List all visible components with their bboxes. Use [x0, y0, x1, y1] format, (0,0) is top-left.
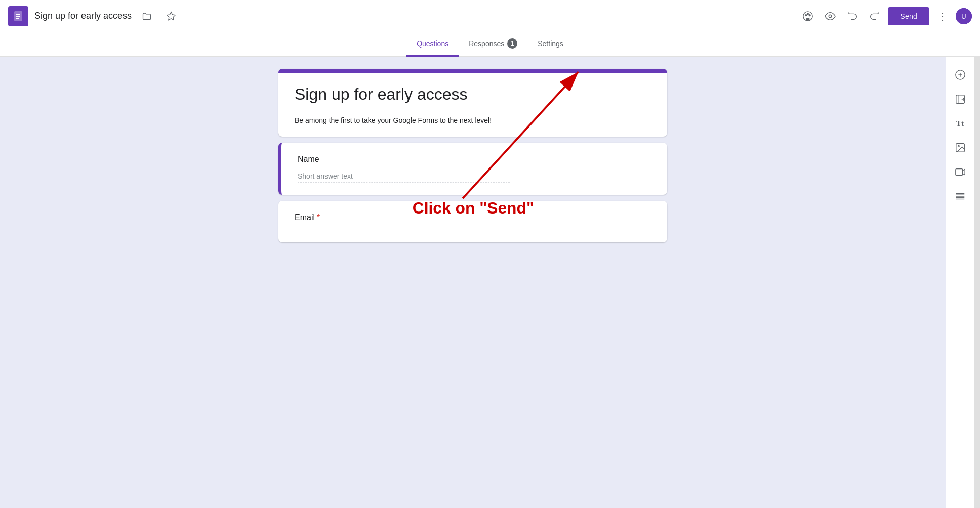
- user-avatar-icon: U: [956, 8, 972, 24]
- svg-marker-24: [962, 170, 965, 175]
- tab-settings[interactable]: Settings: [527, 32, 574, 57]
- import-questions-button[interactable]: [950, 89, 970, 109]
- redo-button[interactable]: [866, 7, 884, 25]
- app-icon[interactable]: ≡: [8, 6, 28, 26]
- folder-icon: [142, 11, 152, 21]
- svg-point-10: [829, 15, 832, 18]
- forms-icon: ≡: [12, 10, 24, 22]
- undo-icon: [847, 11, 858, 22]
- add-image-button[interactable]: [950, 138, 970, 158]
- sidebar-toolbar: Tt: [946, 57, 974, 508]
- add-title-button[interactable]: Tt: [950, 113, 970, 134]
- tab-questions[interactable]: Questions: [406, 32, 459, 57]
- more-icon: ⋮: [937, 10, 948, 22]
- app-header: ≡ Sign up for early access: [0, 0, 980, 32]
- svg-point-8: [807, 13, 809, 15]
- form-description[interactable]: Be among the first to take your Google F…: [295, 116, 651, 124]
- tabs-nav: Questions Responses 1 Settings: [0, 32, 980, 57]
- tab-questions-label: Questions: [417, 39, 448, 48]
- form-title[interactable]: Sign up for early access: [295, 85, 651, 104]
- header-left: ≡ Sign up for early access: [8, 6, 799, 26]
- document-title: Sign up for early access: [34, 11, 132, 21]
- svg-point-9: [809, 14, 811, 16]
- svg-marker-5: [167, 12, 176, 20]
- folder-button[interactable]: [138, 7, 156, 25]
- redo-icon: [869, 11, 880, 22]
- svg-point-7: [805, 14, 807, 16]
- add-section-icon: [955, 191, 966, 202]
- svg-text:U: U: [961, 13, 966, 20]
- question-card-email: Email*: [278, 201, 667, 242]
- scrollbar[interactable]: [974, 57, 980, 508]
- header-right: Send ⋮ U: [799, 7, 972, 25]
- send-button[interactable]: Send: [888, 7, 929, 25]
- add-image-icon: [955, 142, 966, 153]
- more-options-button[interactable]: ⋮: [933, 7, 952, 25]
- undo-button[interactable]: [843, 7, 862, 25]
- add-video-button[interactable]: [950, 162, 970, 182]
- form-container: Sign up for early access Be among the fi…: [278, 69, 667, 242]
- import-questions-icon: [955, 94, 966, 105]
- name-card-inner: Name Short answer text: [281, 143, 667, 195]
- required-star: *: [317, 213, 320, 222]
- name-answer-placeholder[interactable]: Short answer text: [298, 172, 510, 183]
- email-question-label: Email*: [295, 213, 651, 222]
- tab-responses-label: Responses: [469, 39, 504, 48]
- svg-point-22: [958, 145, 959, 147]
- palette-icon: [802, 11, 813, 22]
- name-question-label: Name: [298, 155, 651, 164]
- palette-button[interactable]: [799, 7, 817, 25]
- eye-icon: [825, 11, 836, 22]
- tab-responses[interactable]: Responses 1: [459, 32, 527, 57]
- svg-rect-23: [955, 169, 962, 176]
- add-question-icon: [955, 69, 966, 80]
- preview-button[interactable]: [821, 7, 839, 25]
- title-card-inner: Sign up for early access Be among the fi…: [278, 73, 667, 137]
- form-area: Sign up for early access Be among the fi…: [0, 57, 946, 508]
- tab-settings-label: Settings: [538, 39, 563, 48]
- star-icon: [166, 11, 176, 21]
- main-content: Sign up for early access Be among the fi…: [0, 57, 980, 508]
- add-question-button[interactable]: [950, 65, 970, 85]
- svg-text:≡: ≡: [15, 14, 18, 20]
- add-video-icon: [955, 166, 966, 178]
- star-button[interactable]: [162, 7, 180, 25]
- add-title-icon: Tt: [956, 119, 964, 128]
- add-section-button[interactable]: [950, 186, 970, 206]
- title-divider: [295, 110, 651, 110]
- email-card-inner: Email*: [278, 201, 667, 242]
- avatar[interactable]: U: [956, 8, 972, 24]
- title-card: Sign up for early access Be among the fi…: [278, 69, 667, 137]
- responses-badge: 1: [507, 38, 517, 49]
- question-card-name: Name Short answer text: [278, 143, 667, 195]
